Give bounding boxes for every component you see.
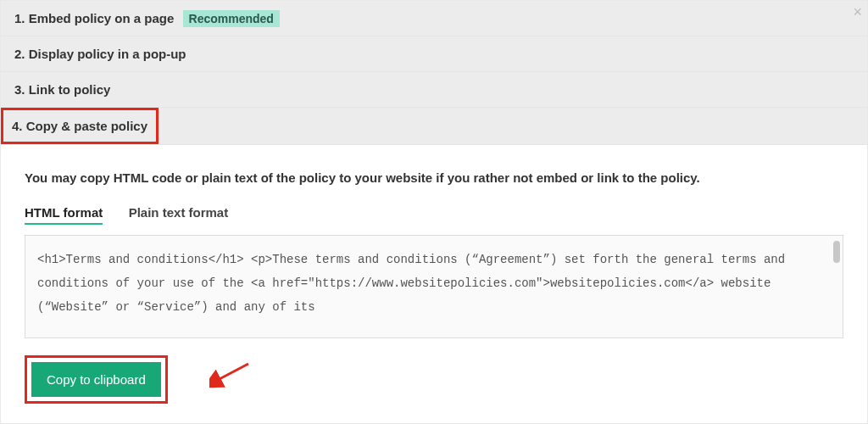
tab-label: 1. Embed policy on a page <box>14 11 174 25</box>
copy-to-clipboard-button[interactable]: Copy to clipboard <box>31 362 161 397</box>
annotation-arrow-icon <box>209 360 252 389</box>
content-description: You may copy HTML code or plain text of … <box>25 170 843 185</box>
recommended-badge: Recommended <box>183 10 280 27</box>
code-text: <h1>Terms and conditions</h1> <p>These t… <box>37 253 785 314</box>
code-preview[interactable]: <h1>Terms and conditions</h1> <p>These t… <box>25 235 843 338</box>
tab-label: 3. Link to policy <box>14 82 110 97</box>
copy-button-highlight: Copy to clipboard <box>25 355 168 404</box>
tab-copy-paste[interactable]: 4. Copy & paste policy <box>1 108 159 144</box>
tab-label: 2. Display policy in a pop-up <box>14 47 186 61</box>
format-subtabs: HTML format Plain text format <box>25 205 843 225</box>
tab-label: 4. Copy & paste policy <box>12 119 147 133</box>
tab-link-policy[interactable]: 3. Link to policy <box>1 72 867 108</box>
scrollbar-thumb[interactable] <box>833 241 840 263</box>
close-icon[interactable]: × <box>853 4 862 20</box>
tab-display-popup[interactable]: 2. Display policy in a pop-up <box>1 36 867 72</box>
tab-content: You may copy HTML code or plain text of … <box>1 145 867 424</box>
tab-embed-policy[interactable]: 1. Embed policy on a page Recommended <box>1 1 867 36</box>
subtab-html-format[interactable]: HTML format <box>25 205 103 225</box>
subtab-plain-text[interactable]: Plain text format <box>129 205 229 223</box>
svg-line-1 <box>216 364 248 381</box>
